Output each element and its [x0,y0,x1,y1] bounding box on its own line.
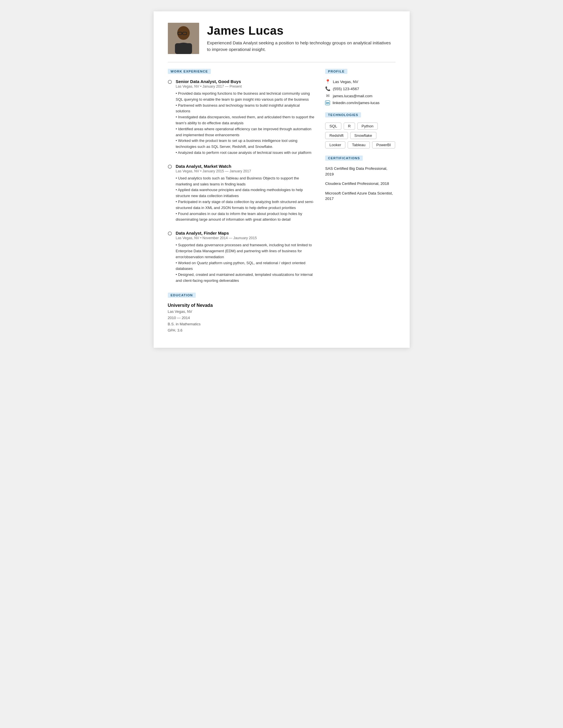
cert-item: SAS Certified Big Data Professional, 201… [325,166,395,177]
certifications-label: CERTIFICATIONS [325,156,363,161]
technologies-label: TECHNOLOGIES [325,112,361,117]
tech-grid: SQLRPythonRedshiftSnowflakeLookerTableau… [325,123,395,148]
tech-tag: Tableau [348,141,370,148]
side-column: PROFILE 📍 Las Vegas, NV 📞 (555) 123-4567… [325,69,395,334]
profile-linkedin: in linkedin.com/in/james-lucas [325,100,395,105]
job-content-1: Senior Data Analyst, Good Buys Las Vegas… [176,79,315,156]
certifications-section: CERTIFICATIONS SAS Certified Big Data Pr… [325,155,395,202]
profile-email-text: james.lucas@mail.com [333,94,373,98]
svg-point-1 [177,26,190,40]
cert-item: Cloudera Certified Professional, 2018 [325,181,395,187]
job-desc-2: • Used analytics tools such as Tableau a… [176,175,315,223]
tech-tag: Redshift [325,132,348,139]
resume-container: James Lucas Experienced Data Analyst see… [154,11,410,348]
tech-tag: SQL [325,123,342,130]
location-icon: 📍 [325,79,330,84]
tech-tag: Python [357,123,378,130]
candidate-name: James Lucas [207,24,396,37]
education-section: EDUCATION University of Nevada Las Vegas… [168,292,315,334]
job-bullet-col-2 [168,164,172,223]
avatar [168,23,199,54]
job-circle-2 [168,165,172,169]
job-bullet-col-1 [168,79,172,156]
profile-section: PROFILE 📍 Las Vegas, NV 📞 (555) 123-4567… [325,69,395,105]
job-title-3: Data Analyst, Finder Maps [176,231,315,235]
job-block-3: Data Analyst, Finder Maps Las Vegas, NV … [168,231,315,284]
two-col-layout: WORK EXPERIENCE Senior Data Analyst, Goo… [168,69,396,334]
header-text: James Lucas Experienced Data Analyst see… [207,24,396,53]
profile-phone-text: (555) 123-4567 [333,87,359,91]
profile-location: 📍 Las Vegas, NV [325,79,395,84]
job-title-1: Senior Data Analyst, Good Buys [176,79,315,84]
work-experience-label: WORK EXPERIENCE [168,69,211,74]
resume-header: James Lucas Experienced Data Analyst see… [168,23,396,54]
phone-icon: 📞 [325,86,330,91]
profile-label: PROFILE [325,69,347,74]
cert-item: Microsoft Certified Azure Data Scientist… [325,191,395,202]
header-divider [168,62,396,62]
technologies-section: TECHNOLOGIES SQLRPythonRedshiftSnowflake… [325,112,395,148]
job-block-1: Senior Data Analyst, Good Buys Las Vegas… [168,79,315,156]
profile-linkedin-text: linkedin.com/in/james-lucas [333,101,380,105]
job-circle-1 [168,80,172,84]
job-content-2: Data Analyst, Market Watch Las Vegas, NV… [176,164,315,223]
profile-location-text: Las Vegas, NV [333,80,358,84]
main-column: WORK EXPERIENCE Senior Data Analyst, Goo… [168,69,315,334]
job-block-2: Data Analyst, Market Watch Las Vegas, NV… [168,164,315,223]
job-content-3: Data Analyst, Finder Maps Las Vegas, NV … [176,231,315,284]
edu-years: 2010 — 2014 [168,315,315,321]
job-desc-3: • Supported data governance processes an… [176,242,315,284]
job-bullet-col-3 [168,231,172,284]
tech-tag: PowerBI [372,141,395,148]
tech-tag: Snowflake [350,132,376,139]
linkedin-icon: in [325,100,330,105]
profile-email: ✉ james.lucas@mail.com [325,93,395,98]
tech-tag: Looker [325,141,345,148]
email-icon: ✉ [325,93,330,98]
edu-gpa: GPA: 3.6 [168,327,315,334]
edu-school: University of Nevada [168,303,315,308]
edu-degree: B.S. in Mathematics [168,321,315,327]
job-meta-3: Las Vegas, NV • November 2014 — Jaunuary… [176,236,315,240]
tech-tag: R [344,123,355,130]
education-label: EDUCATION [168,293,196,298]
profile-phone: 📞 (555) 123-4567 [325,86,395,91]
job-desc-1: • Provided data reporting functions to t… [176,91,315,156]
candidate-subtitle: Experienced Data Analyst seeking a posit… [207,40,396,53]
job-meta-2: Las Vegas, NV • January 2015 — January 2… [176,169,315,173]
job-circle-3 [168,231,172,235]
job-meta-1: Las Vegas, NV • January 2017 — Present [176,84,315,88]
job-title-2: Data Analyst, Market Watch [176,164,315,169]
edu-city: Las Vegas, NV [168,309,315,315]
svg-rect-6 [175,43,192,54]
